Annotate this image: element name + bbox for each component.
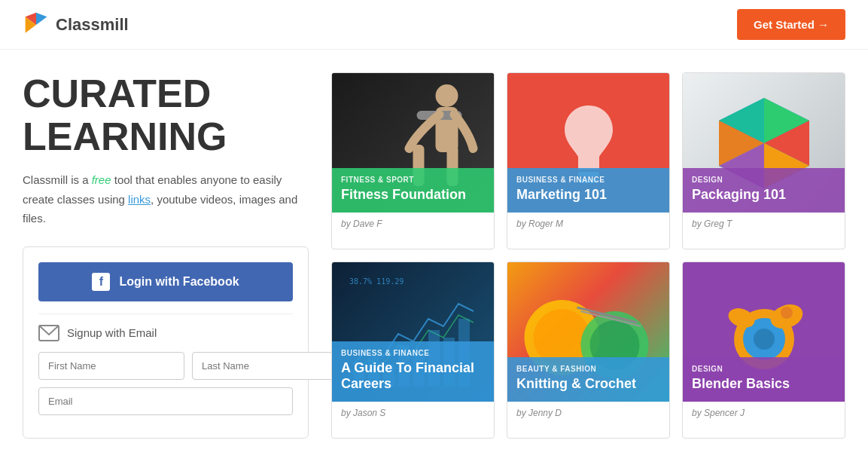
card-category: BUSINESS & FINANCE xyxy=(516,176,660,184)
main-layout: CURATED LEARNING Classmill is a free too… xyxy=(0,50,868,439)
course-card-knitting[interactable]: BEAUTY & FASHION Knitting & Crochet by J… xyxy=(507,261,670,439)
auth-box: f Login with Facebook Signup with Email xyxy=(23,246,309,439)
card-category: FITNESS & SPORT xyxy=(341,176,485,184)
email-field-row xyxy=(38,387,293,415)
course-card-marketing[interactable]: BUSINESS & FINANCE Marketing 101 by Roge… xyxy=(507,72,670,249)
card-image-marketing: BUSINESS & FINANCE Marketing 101 xyxy=(507,73,669,213)
card-image-packaging: DESIGN Packaging 101 xyxy=(683,73,845,213)
courses-grid: FITNESS & SPORT Fitness Foundation by Da… xyxy=(331,72,845,439)
card-image-fitness: FITNESS & SPORT Fitness Foundation xyxy=(332,73,494,213)
svg-point-39 xyxy=(781,307,793,319)
card-overlay-fitness: FITNESS & SPORT Fitness Foundation xyxy=(332,168,494,213)
first-name-input[interactable] xyxy=(38,352,184,380)
logo-icon xyxy=(23,11,50,38)
signup-email-label: Signup with Email xyxy=(38,325,293,341)
facebook-icon: f xyxy=(92,273,110,291)
card-author: by Jason S xyxy=(332,402,494,424)
header: Classmill Get Started → xyxy=(0,0,868,50)
email-input[interactable] xyxy=(38,387,293,415)
course-card-packaging[interactable]: DESIGN Packaging 101 by Greg T xyxy=(682,72,845,249)
facebook-login-button[interactable]: f Login with Facebook xyxy=(38,262,293,301)
svg-point-36 xyxy=(754,329,775,350)
card-author: by Greg T xyxy=(683,213,845,235)
get-started-button[interactable]: Get Started → xyxy=(737,9,845,40)
course-card-financial[interactable]: 38.7% 119.29 75.4 B xyxy=(331,261,495,439)
card-overlay-knitting: BEAUTY & FASHION Knitting & Crochet xyxy=(507,357,669,402)
card-overlay-packaging: DESIGN Packaging 101 xyxy=(683,168,845,213)
card-category: DESIGN xyxy=(692,176,836,184)
email-icon xyxy=(38,325,59,341)
card-category: BUSINESS & FINANCE xyxy=(341,349,485,357)
card-image-financial: 38.7% 119.29 75.4 B xyxy=(332,262,494,402)
card-overlay-marketing: BUSINESS & FINANCE Marketing 101 xyxy=(507,168,669,213)
card-title: Packaging 101 xyxy=(692,187,836,203)
card-title: Knitting & Crochet xyxy=(516,376,660,393)
card-category: BEAUTY & FASHION xyxy=(516,365,660,373)
hero-description: Classmill is a free tool that enables an… xyxy=(23,170,309,228)
card-author: by Spencer J xyxy=(683,402,845,424)
card-category: DESIGN xyxy=(692,365,836,373)
card-image-blender: DESIGN Blender Basics xyxy=(683,262,845,402)
logo-text: Classmill xyxy=(56,15,129,35)
divider xyxy=(38,313,293,314)
card-title: Fitness Foundation xyxy=(341,187,485,203)
card-author: by Dave F xyxy=(332,213,494,235)
logo-area: Classmill xyxy=(23,11,129,38)
card-overlay-financial: BUSINESS & FINANCE A Guide To Financial … xyxy=(332,341,494,402)
hero-title: CURATED LEARNING xyxy=(23,72,309,158)
left-panel: CURATED LEARNING Classmill is a free too… xyxy=(23,72,309,439)
name-fields-row xyxy=(38,352,293,380)
last-name-input[interactable] xyxy=(192,352,338,380)
svg-point-4 xyxy=(436,84,458,107)
card-image-knitting: BEAUTY & FASHION Knitting & Crochet xyxy=(507,262,669,402)
card-title: Blender Basics xyxy=(692,376,836,393)
card-overlay-blender: DESIGN Blender Basics xyxy=(683,357,845,402)
svg-text:38.7% 119.29: 38.7% 119.29 xyxy=(349,277,404,286)
card-author: by Roger M xyxy=(507,213,669,235)
course-card-fitness[interactable]: FITNESS & SPORT Fitness Foundation by Da… xyxy=(331,72,495,249)
card-author: by Jenny D xyxy=(507,402,669,424)
card-title: A Guide To Financial Careers xyxy=(341,360,485,393)
svg-marker-2 xyxy=(36,12,47,24)
card-title: Marketing 101 xyxy=(516,187,660,203)
course-card-blender[interactable]: DESIGN Blender Basics by Spencer J xyxy=(682,261,845,439)
